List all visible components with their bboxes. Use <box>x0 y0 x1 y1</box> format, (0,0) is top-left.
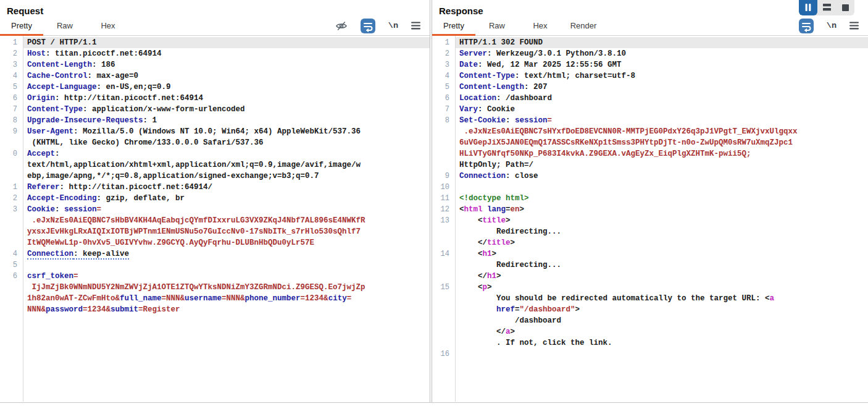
request-tabbar: PrettyRawHex \n <box>0 16 430 36</box>
hide-nonprintable-button[interactable] <box>335 20 348 32</box>
code-line[interactable]: Redirecting... <box>432 226 868 237</box>
code-line[interactable]: 13 <title> <box>432 215 868 226</box>
code-line[interactable]: 9Connection: close <box>432 171 868 182</box>
code-line[interactable]: NNN&password=1234&submit=Register <box>0 304 430 315</box>
code-line[interactable]: 6csrf_token= <box>0 271 430 282</box>
code-line[interactable]: 1Referer: http://titan.picoctf.net:64914… <box>0 182 430 193</box>
code-line[interactable]: 2Host: titan.picoctf.net:64914 <box>0 48 430 59</box>
line-number: 16 <box>432 349 455 360</box>
code-line[interactable]: 1h82an0wAT-ZCwFmHto&full_name=NNN&userna… <box>0 293 430 304</box>
editor-menu-button[interactable] <box>411 22 420 30</box>
line-number: 4 <box>0 70 23 82</box>
line-number <box>432 337 455 349</box>
code-line[interactable]: </h1> <box>432 271 868 282</box>
line-text: csrf_token= <box>23 271 430 282</box>
tab-hex[interactable]: Hex <box>519 16 562 35</box>
code-line[interactable]: ItWQMeWwL1p-0hvXv5_UGIVYvhw.Z9GCYQ.AyQyF… <box>0 237 430 248</box>
code-line[interactable]: 2Server: Werkzeug/3.0.1 Python/3.8.10 <box>432 48 868 59</box>
line-number: 7 <box>0 104 23 115</box>
code-line[interactable]: yxsxJEvHkgLRxAIQIxIOTBjWPTnm1ENmUSNu5o7G… <box>0 226 430 237</box>
request-tabs: PrettyRawHex <box>0 16 130 35</box>
tab-pretty[interactable]: Pretty <box>432 16 475 35</box>
line-number: 1 <box>432 37 455 48</box>
code-line[interactable]: 3Date: Wed, 12 Mar 2025 12:55:56 GMT <box>432 59 868 70</box>
code-line[interactable]: 6Origin: http://titan.picoctf.net:64914 <box>0 93 430 104</box>
soft-wrap-toggle[interactable] <box>361 19 375 33</box>
code-line[interactable]: 3Content-Length: 186 <box>0 59 430 70</box>
code-line[interactable]: 0Accept: <box>0 148 430 159</box>
code-line[interactable]: 8Set-Cookie: session= <box>432 115 868 126</box>
code-line[interactable]: IjJmZjBk0WNmNDU5Y2NmZWVjZjA1OTE1ZTQwYTks… <box>0 282 430 293</box>
code-line[interactable]: ebp,image/apng,*/*;q=0.8,application/sig… <box>0 171 430 182</box>
code-line[interactable]: </title> <box>432 237 868 248</box>
tab-raw[interactable]: Raw <box>475 16 519 35</box>
code-line[interactable]: 7Vary: Cookie <box>432 104 868 115</box>
line-number: 11 <box>432 193 455 204</box>
code-line[interactable]: 7Content-Type: application/x-www-form-ur… <box>0 104 430 115</box>
code-line[interactable]: 3Cookie: session= <box>0 204 430 215</box>
code-line[interactable]: text/html,application/xhtml+xml,applicat… <box>0 159 430 171</box>
line-number <box>432 148 455 159</box>
editor-menu-button[interactable] <box>849 22 859 30</box>
line-number: 4 <box>0 248 23 260</box>
code-line[interactable]: 14 <h1> <box>432 248 868 260</box>
menu-icon <box>849 22 859 30</box>
code-line[interactable]: HttpOnly; Path=/ <box>432 159 868 171</box>
code-line[interactable]: You should be redirected automatically t… <box>432 293 868 304</box>
code-line[interactable]: 8Upgrade-Insecure-Requests: 1 <box>0 115 430 126</box>
code-line[interactable]: 5Accept-Language: en-US,en;q=0.9 <box>0 82 430 93</box>
line-text: yxsxJEvHkgLRxAIQIxIOTBjWPTnm1ENmUSNu5o7G… <box>23 226 430 237</box>
line-number <box>0 282 23 293</box>
tab-pretty[interactable]: Pretty <box>0 16 43 35</box>
code-line[interactable]: Redirecting... <box>432 260 868 271</box>
code-line[interactable]: href="/dashboard"> <box>432 304 868 315</box>
code-line[interactable]: 1POST / HTTP/1.1 <box>0 37 430 48</box>
code-line[interactable]: </a> <box>432 326 868 337</box>
line-number <box>432 304 455 315</box>
columns-view-button[interactable] <box>799 0 817 15</box>
tab-render[interactable]: Render <box>562 16 605 35</box>
line-text: ItWQMeWwL1p-0hvXv5_UGIVYvhw.Z9GCYQ.AyQyF… <box>23 237 430 248</box>
code-line[interactable]: 11<!doctype html> <box>432 193 868 204</box>
single-view-button[interactable] <box>836 0 854 15</box>
soft-wrap-toggle[interactable] <box>799 19 814 33</box>
code-line[interactable]: . If not, click the link. <box>432 337 868 349</box>
line-text: <!doctype html> <box>455 193 868 204</box>
code-line[interactable]: 1HTTP/1.1 302 FOUND <box>432 37 868 48</box>
code-line[interactable]: 16 <box>432 349 868 360</box>
line-text: HLiVTyGNfqf50NKp_P683I4kvkA.Z9GEXA.vAgEy… <box>455 148 868 159</box>
code-line[interactable]: 15 <p> <box>432 282 868 293</box>
line-number <box>0 293 23 304</box>
line-text: </title> <box>455 237 868 248</box>
code-line[interactable]: 4Cache-Control: max-age=0 <box>0 70 430 82</box>
code-line[interactable]: 4Connection: keep-alive <box>0 248 430 260</box>
code-line[interactable]: (KHTML, like Gecko) Chrome/133.0.0.0 Saf… <box>0 137 430 148</box>
line-text: 6uVGepJiX5JAN0EQmQ17ASSCsRKeNXp1tSmss3PH… <box>455 137 868 148</box>
code-line[interactable]: 10 <box>432 182 868 193</box>
show-newlines-toggle[interactable]: \n <box>388 21 398 30</box>
code-line[interactable]: 5 <box>0 260 430 271</box>
code-line[interactable]: /dashboard <box>432 315 868 326</box>
code-line[interactable]: 2Accept-Encoding: gzip, deflate, br <box>0 193 430 204</box>
tab-hex[interactable]: Hex <box>86 16 130 35</box>
request-panel-title: Request <box>0 0 430 16</box>
code-line[interactable]: .eJxNzEs0AiEQBNC7sHbBV4KH4AqEabqjcQYmfDI… <box>0 215 430 226</box>
response-editor[interactable]: 1HTTP/1.1 302 FOUND2Server: Werkzeug/3.0… <box>432 36 868 402</box>
rows-view-button[interactable] <box>817 0 836 15</box>
line-text: Redirecting... <box>455 226 868 237</box>
show-newlines-toggle[interactable]: \n <box>827 21 837 30</box>
line-number <box>432 237 455 248</box>
tab-raw[interactable]: Raw <box>43 16 86 35</box>
line-number: 13 <box>432 215 455 226</box>
gutter-separator <box>455 36 456 402</box>
code-line[interactable]: 5Content-Length: 207 <box>432 82 868 93</box>
code-line[interactable]: .eJxNzEs0AiEQBNC7sHYxfDoED8EVCNN0R-MMTPj… <box>432 126 868 137</box>
code-line[interactable]: 12<html lang=en> <box>432 204 868 215</box>
code-line[interactable]: 4Content-Type: text/html; charset=utf-8 <box>432 70 868 82</box>
line-number: 2 <box>0 48 23 59</box>
code-line[interactable]: 9User-Agent: Mozilla/5.0 (Windows NT 10.… <box>0 126 430 137</box>
code-line[interactable]: 6uVGepJiX5JAN0EQmQ17ASSCsRKeNXp1tSmss3PH… <box>432 137 868 148</box>
code-line[interactable]: HLiVTyGNfqf50NKp_P683I4kvkA.Z9GEXA.vAgEy… <box>432 148 868 159</box>
code-line[interactable]: 6Location: /dashboard <box>432 93 868 104</box>
request-editor[interactable]: 1POST / HTTP/1.12Host: titan.picoctf.net… <box>0 36 430 402</box>
